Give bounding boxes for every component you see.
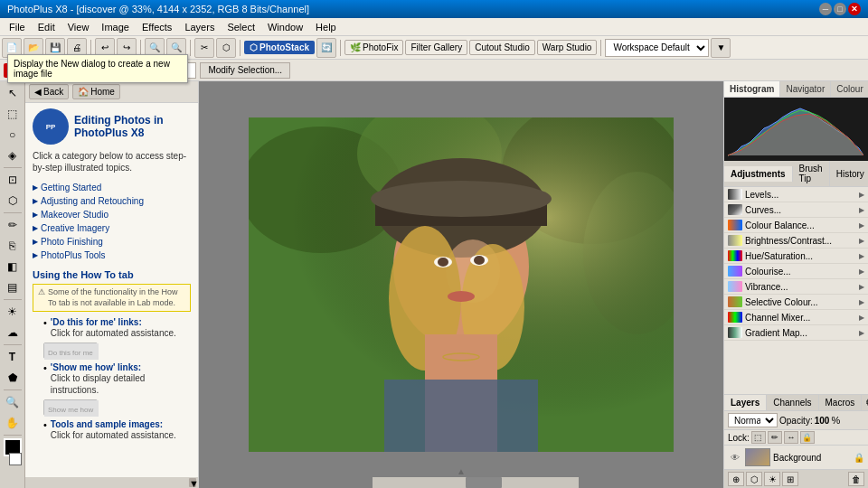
tab-history[interactable]: History	[830, 166, 868, 182]
delete-layer-button[interactable]: 🗑	[848, 472, 864, 486]
adj-curves[interactable]: Curves... ▶	[724, 202, 868, 218]
tool-extra[interactable]: ✂	[194, 38, 214, 58]
tool-gradient[interactable]: ▤	[3, 277, 23, 297]
blend-mode-select[interactable]: Normal	[728, 413, 778, 427]
photostack-label: PhotoStack	[259, 42, 309, 52]
adj-colourise[interactable]: Colourise... ▶	[724, 264, 868, 279]
adj-channel-mixer[interactable]: Channel Mixer... ▶	[724, 310, 868, 325]
background-color[interactable]	[9, 453, 22, 465]
menu-edit[interactable]: Edit	[33, 20, 61, 34]
tab-channels[interactable]: Channels	[767, 395, 818, 410]
photostack-button[interactable]: ⬡ PhotoStack	[244, 41, 315, 54]
tool-smudge[interactable]: ☁	[3, 323, 23, 343]
tab-adjustments[interactable]: Adjustments	[724, 166, 793, 182]
scroll-down-arrow[interactable]: ▼	[189, 478, 196, 487]
new-layer-group-button[interactable]: ⊞	[782, 472, 798, 486]
tool-shape[interactable]: ⬟	[3, 368, 23, 388]
howto-scroll[interactable]: ▼	[25, 477, 198, 488]
tool-text[interactable]: T	[3, 347, 23, 367]
tab-colour[interactable]: Colour	[831, 81, 868, 97]
bullet-dot-3: •	[43, 419, 47, 430]
howto-image-2: Show me how	[43, 399, 98, 416]
adj-levels-label: Levels...	[745, 190, 856, 200]
tool-clone[interactable]: ⎘	[3, 236, 23, 256]
cat-label-1: Getting Started	[41, 183, 101, 192]
tool-eraser[interactable]: ◧	[3, 257, 23, 277]
lock-all-button[interactable]: 🔒	[800, 431, 815, 444]
tool-refresh[interactable]: 🔄	[316, 38, 336, 58]
menu-help[interactable]: Help	[310, 20, 342, 34]
cutout-studio-button[interactable]: Cutout Studio	[469, 40, 535, 55]
menu-layers[interactable]: Layers	[179, 20, 220, 34]
adj-selective-colour[interactable]: Selective Colour... ▶	[724, 295, 868, 310]
tool-extra2[interactable]: ⬡	[216, 38, 236, 58]
menu-effects[interactable]: Effects	[137, 20, 177, 34]
menu-window[interactable]: Window	[262, 20, 308, 34]
modify-selection-button[interactable]: Modify Selection...	[200, 62, 290, 79]
canvas-image[interactable]	[249, 117, 674, 452]
tab-macros[interactable]: Macros	[819, 395, 863, 410]
category-creative[interactable]: ▶ Creative Imagery	[33, 221, 191, 235]
category-finishing[interactable]: ▶ Photo Finishing	[33, 235, 191, 249]
tool-zoom[interactable]: 🔍	[3, 392, 23, 412]
svg-text:Do this for me: Do this for me	[48, 349, 93, 357]
left-sep-2	[4, 212, 22, 213]
tool-straighten[interactable]: ⬡	[3, 191, 23, 211]
category-getting-started[interactable]: ▶ Getting Started	[33, 181, 191, 194]
tool-dodge[interactable]: ☀	[3, 302, 23, 322]
back-label: Back	[43, 87, 63, 97]
tool-cursor[interactable]: ↖	[3, 83, 23, 103]
adj-levels[interactable]: Levels... ▶	[724, 187, 868, 202]
adjustments-list: Levels... ▶ Curves... ▶ Colour Balance..…	[724, 187, 868, 341]
adj-gradient-map[interactable]: Gradient Map... ▶	[724, 325, 868, 341]
lock-transparent-button[interactable]: ⬚	[751, 431, 766, 444]
tab-navigator[interactable]: Navigator	[780, 81, 831, 97]
adj-colour-balance[interactable]: Colour Balance... ▶	[724, 218, 868, 233]
howto-content: PP Editing Photos in PhotoPlus X8 Click …	[25, 103, 198, 477]
new-layer-button[interactable]: ☀	[764, 472, 780, 486]
tool-crop[interactable]: ⊡	[3, 170, 23, 190]
back-button[interactable]: ◀ Back	[29, 84, 69, 99]
menu-image[interactable]: Image	[96, 20, 135, 34]
layer-background[interactable]: 👁 Background 🔒	[724, 446, 868, 469]
menu-file[interactable]: File	[4, 20, 31, 34]
adj-curves-arrow: ▶	[859, 206, 864, 214]
minimize-button[interactable]: ─	[819, 3, 832, 15]
layers-settings-icon[interactable]: ⚙	[862, 395, 868, 410]
warp-studio-button[interactable]: Warp Studio	[537, 40, 598, 55]
workspace-select[interactable]: Workspace Default	[605, 39, 709, 57]
tool-rect-select[interactable]: ⬚	[3, 104, 23, 124]
menu-view[interactable]: View	[62, 20, 95, 34]
horizontal-scrollbar[interactable]	[373, 477, 579, 488]
scroll-thumb[interactable]	[466, 477, 502, 488]
maximize-button[interactable]: □	[834, 3, 846, 15]
tab-brush-tip[interactable]: Brush Tip	[793, 161, 830, 186]
layer-lock: Lock: ⬚ ✏ ↔ 🔒	[724, 430, 868, 446]
category-tools[interactable]: ▶ PhotoPlus Tools	[33, 249, 191, 262]
adj-hue-sat[interactable]: Hue/Saturation... ▶	[724, 249, 868, 264]
home-button[interactable]: 🏠 Home	[72, 84, 120, 99]
back-icon: ◀	[34, 87, 42, 97]
tool-hand[interactable]: ✋	[3, 413, 23, 433]
tab-layers[interactable]: Layers	[724, 395, 767, 410]
lock-paint-button[interactable]: ✏	[768, 431, 782, 444]
add-layer-mask-button[interactable]: ⬡	[746, 472, 762, 486]
filter-gallery-button[interactable]: Filter Gallery	[405, 40, 467, 55]
add-adjustment-layer-button[interactable]: ⊕	[728, 472, 744, 486]
adj-vibrance[interactable]: Vibrance... ▶	[724, 279, 868, 295]
adj-brightness[interactable]: Brightness/Contrast... ▶	[724, 233, 868, 249]
photofix-button[interactable]: 🌿 PhotoFix	[344, 40, 403, 55]
tool-magic-wand[interactable]: ◈	[3, 145, 23, 165]
tool-brush[interactable]: ✏	[3, 215, 23, 235]
lock-move-button[interactable]: ↔	[784, 431, 798, 444]
adj-hue-sat-arrow: ▶	[859, 252, 864, 260]
category-adjusting[interactable]: ▶ Adjusting and Retouching	[33, 194, 191, 208]
close-button[interactable]: ✕	[848, 3, 861, 15]
workspace-arrow[interactable]: ▼	[711, 38, 731, 58]
tab-histogram[interactable]: Histogram	[724, 81, 780, 97]
tool-lasso[interactable]: ○	[3, 125, 23, 145]
layer-visibility-icon[interactable]: 👁	[728, 452, 742, 464]
menu-select[interactable]: Select	[222, 20, 260, 34]
category-makeover[interactable]: ▶ Makeover Studio	[33, 208, 191, 221]
left-sep-3	[4, 299, 22, 300]
